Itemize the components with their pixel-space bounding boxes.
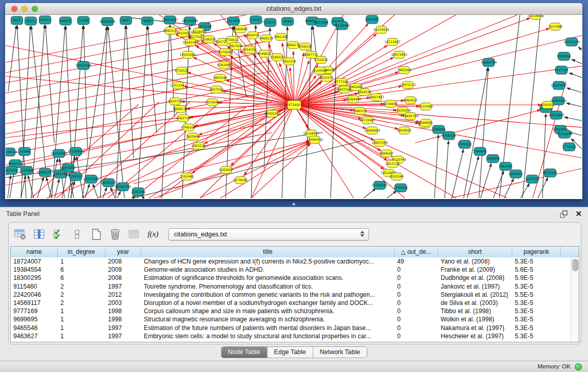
zoom-window-button[interactable]	[32, 6, 38, 12]
graph-node[interactable]: 19218586	[334, 21, 350, 30]
show-columns-button[interactable]	[33, 228, 46, 241]
graph-edge[interactable]	[522, 15, 540, 198]
graph-node[interactable]: 16033809	[182, 17, 198, 25]
graph-node[interactable]: 9146821	[257, 50, 272, 57]
delete-icon[interactable]	[108, 228, 122, 241]
panel-splitter[interactable]: ▲	[291, 202, 296, 206]
table-cell[interactable]: 0	[395, 291, 438, 299]
table-cell[interactable]: 0	[395, 266, 438, 274]
graph-node[interactable]: 9170041	[205, 99, 220, 106]
table-cell[interactable]: 6	[58, 274, 105, 282]
graph-node[interactable]: 9358124	[442, 132, 456, 140]
graph-node[interactable]: 20691406	[99, 17, 116, 26]
tab-network-table[interactable]: Network Table	[313, 347, 367, 358]
graph-node[interactable]: 16210643	[548, 111, 564, 119]
graph-edge[interactable]	[567, 103, 582, 107]
table-cell[interactable]: Stergiakouli et al. (2012)	[438, 291, 512, 299]
graph-node[interactable]: 12975115	[400, 81, 416, 89]
graph-node[interactable]: 8766108	[181, 124, 195, 131]
table-cell[interactable]: Estimation of significance thresholds fo…	[141, 274, 395, 282]
graph-node[interactable]: 1595812	[540, 101, 555, 108]
table-cell[interactable]: 1	[58, 315, 105, 323]
table-row[interactable]: 946362711997Embryonic stem cells: a mode…	[11, 332, 571, 340]
graph-node[interactable]: 1292346	[131, 188, 145, 196]
graph-node[interactable]: 15948	[19, 147, 31, 156]
table-cell[interactable]: 5.3E-5	[512, 299, 561, 307]
table-cell[interactable]: 5.3E-5	[512, 332, 561, 340]
graph-node[interactable]: 12042757	[37, 168, 53, 177]
memory-status-indicator[interactable]	[575, 363, 582, 370]
row-height-button[interactable]	[71, 228, 84, 241]
graph-node[interactable]: 6791913	[458, 140, 472, 148]
graph-node[interactable]: 8427552	[209, 86, 224, 93]
graph-edge[interactable]	[6, 71, 272, 125]
table-cell[interactable]: Genome-wide association studies in ADHD.	[141, 266, 395, 274]
table-cell[interactable]: 0	[395, 332, 438, 340]
graph-edge[interactable]	[221, 143, 310, 198]
graph-node[interactable]: 1822203	[282, 58, 296, 65]
table-cell[interactable]: 2009	[105, 266, 141, 274]
graph-edge[interactable]	[464, 68, 488, 198]
graph-node[interactable]: 9340	[282, 17, 294, 26]
graph-node[interactable]: 8990	[142, 17, 154, 25]
graph-node[interactable]: 12210654	[556, 130, 573, 138]
table-cell[interactable]: 49	[395, 257, 438, 266]
graph-node[interactable]: 1677215	[525, 175, 539, 183]
new-table-button[interactable]	[90, 228, 103, 241]
graph-node[interactable]: 9357	[11, 16, 23, 25]
float-panel-icon[interactable]	[560, 210, 568, 218]
table-cell[interactable]: 18300295	[11, 274, 58, 282]
graph-node[interactable]: 1421072	[319, 74, 334, 81]
network-view-window[interactable]: citations_edges.txt 93578123205711405571…	[5, 3, 582, 199]
graph-node[interactable]: 26160504	[6, 148, 17, 156]
graph-node[interactable]: 1046420	[486, 155, 500, 163]
graph-node[interactable]: 1527602	[226, 17, 241, 25]
tab-edge-table[interactable]: Edge Table	[267, 347, 313, 358]
graph-edge[interactable]	[445, 141, 448, 198]
graph-node[interactable]: 16648784	[481, 58, 497, 67]
table-row[interactable]: 969969511998Structural magnetic resonanc…	[11, 315, 571, 323]
graph-node[interactable]: 9163007	[219, 166, 233, 173]
graph-node[interactable]: 1092445	[498, 162, 513, 170]
graph-edge[interactable]	[103, 187, 107, 198]
graph-edge[interactable]	[100, 27, 107, 198]
graph-edge[interactable]	[331, 27, 338, 198]
graph-node[interactable]: 20571	[39, 16, 51, 24]
table-body[interactable]: 1872400712008Changes of HCN gene express…	[11, 257, 571, 342]
table-cell[interactable]: Estimation of the future numbers of pati…	[141, 324, 395, 332]
table-cell[interactable]: de Silva et al. (2003)	[438, 299, 512, 307]
graph-node[interactable]: 7986372	[353, 107, 367, 115]
graph-node[interactable]: 2718126	[175, 67, 189, 74]
table-cell[interactable]: 2008	[105, 274, 141, 282]
graph-node[interactable]: 15720407	[359, 117, 376, 124]
graph-node[interactable]: 9437	[120, 16, 132, 25]
close-window-button[interactable]	[11, 6, 17, 12]
table-cell[interactable]: Corpus callosum shape and size in male p…	[141, 307, 395, 315]
graph-edge[interactable]	[567, 88, 582, 93]
citation-network-graph[interactable]: 9357812320571140557110892069140694378990…	[6, 15, 582, 199]
graph-edge[interactable]	[117, 191, 121, 198]
function-builder-button[interactable]: f(x)	[146, 228, 160, 241]
graph-node[interactable]: 1563125	[191, 142, 206, 149]
table-cell[interactable]: Nakamura et al. (1997)	[438, 324, 512, 332]
graph-node[interactable]: 8186328	[202, 36, 216, 43]
graph-node[interactable]: 15975	[265, 18, 276, 27]
graph-node[interactable]: 18364486	[345, 96, 361, 103]
graph-node[interactable]: 8454743	[243, 46, 257, 53]
table-cell[interactable]: 2008	[105, 257, 141, 266]
graph-node[interactable]: 1770318	[562, 143, 576, 151]
table-cell[interactable]: 1997	[105, 324, 141, 332]
graph-edge[interactable]	[364, 188, 376, 198]
table-cell[interactable]: Changes of HCN gene expression and I(f) …	[141, 257, 395, 266]
network-canvas[interactable]: 9357812320571140557110892069140694378990…	[6, 15, 582, 199]
graph-edge[interactable]	[481, 164, 491, 198]
graph-node[interactable]: 12213343	[170, 82, 186, 89]
table-cell[interactable]: 9115460	[11, 282, 58, 291]
graph-node[interactable]: 10655287	[162, 16, 178, 24]
table-cell[interactable]: Jankovic et al. (1997)	[438, 282, 512, 291]
graph-edge[interactable]	[467, 157, 478, 198]
table-cell[interactable]: Tibbo et al. (1998)	[438, 307, 512, 315]
graph-node[interactable]: 1608133	[173, 105, 187, 113]
table-cell[interactable]: 2012	[105, 291, 141, 299]
graph-node[interactable]: 20206506	[51, 149, 67, 158]
